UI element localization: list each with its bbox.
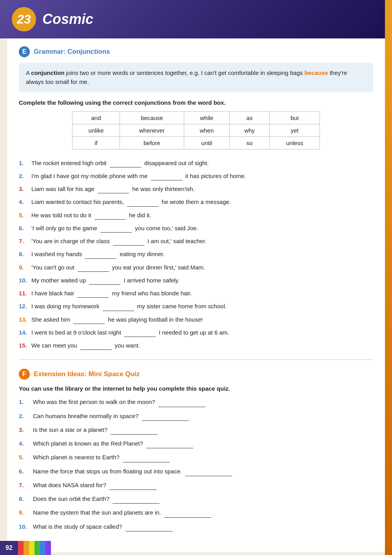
ex-num-3: 3. (19, 184, 31, 193)
word-when: when (184, 124, 229, 136)
quiz-item-6: 6. Name the force that stops us from flo… (19, 467, 373, 476)
info-text-1: A (26, 69, 31, 76)
quiz-answer-line-5[interactable] (123, 453, 170, 462)
page-header: 23 Cosmic (0, 0, 392, 38)
blank-8 (85, 249, 116, 258)
quiz-text-9: Name the system that the sun and planets… (33, 508, 211, 517)
quiz-answer-line-1[interactable] (158, 397, 205, 407)
exercise-item-14: 14. I went to bed at 9 o'clock last nigh… (19, 328, 373, 337)
ex-num-12: 12. (19, 302, 31, 311)
quiz-num-6: 6. (19, 467, 33, 476)
blank-15 (80, 340, 112, 350)
section-e-header: E Grammar: Conjunctions (19, 46, 373, 57)
quiz-item-3: 3. Is the sun a star or a planet? (19, 425, 373, 435)
ex-num-6: 6. (19, 224, 31, 233)
section-e-title: Grammar: Conjunctions (34, 48, 110, 56)
ex-num-10: 10. (19, 276, 31, 285)
quiz-answer-line-3[interactable] (111, 425, 158, 435)
ex-num-11: 11. (19, 289, 31, 298)
exercise-item-1: 1. The rocket entered high orbit disappe… (19, 158, 373, 167)
quiz-num-1: 1. (19, 397, 33, 406)
blank-4 (127, 197, 158, 206)
info-text-2: joins two or more words or sentences tog… (64, 69, 304, 76)
ex-text-9: 'You can't go out you eat your dinner fi… (31, 262, 205, 272)
ex-num-1: 1. (19, 158, 31, 167)
word-box-table: and because while as but unlike whenever… (72, 111, 320, 149)
exercise-item-10: 10. My mother waited up I arrived home s… (19, 275, 373, 285)
quiz-answer-line-7[interactable] (109, 480, 156, 490)
quiz-num-3: 3. (19, 425, 33, 434)
blank-3 (98, 184, 129, 193)
quiz-item-7: 7. What does NASA stand for? (19, 480, 373, 490)
info-highlight: because (305, 69, 328, 76)
exercise-item-15: 15. We can meet you you want. (19, 340, 373, 350)
page-number: 92 (0, 541, 18, 555)
right-margin-decoration (385, 0, 392, 555)
blank-13 (73, 315, 105, 324)
quiz-item-9: 9. Name the system that the sun and plan… (19, 508, 373, 517)
section-divider (19, 359, 373, 360)
quiz-item-1: 1. Who was the first person to walk on t… (19, 397, 373, 407)
info-bold: conjunction (31, 69, 64, 76)
quiz-text-4: Which planet is known as the Red Planet? (33, 439, 193, 448)
info-box: A conjunction joins two or more words or… (19, 63, 373, 92)
quiz-text-6: Name the force that stops us from floati… (33, 467, 232, 476)
quiz-answer-line-6[interactable] (185, 467, 232, 476)
blank-12 (103, 301, 134, 311)
word-and: and (72, 111, 120, 124)
ex-text-2: I'm glad I have got my mobile phone with… (31, 171, 246, 180)
exercise-item-2: 2. I'm glad I have got my mobile phone w… (19, 171, 373, 180)
blank-5 (94, 210, 126, 220)
word-if: if (72, 136, 120, 149)
quiz-answer-line-8[interactable] (113, 494, 160, 504)
quiz-answer-line-9[interactable] (164, 508, 211, 517)
quiz-list: 1. Who was the first person to walk on t… (19, 397, 373, 531)
word-unless: unless (269, 136, 320, 149)
quiz-item-5: 5. Which planet is nearest to Earth? (19, 453, 373, 462)
ex-text-6: 'I will only go to the game you come too… (31, 223, 198, 233)
quiz-answer-line-4[interactable] (146, 439, 193, 448)
quiz-text-1: Who was the first person to walk on the … (33, 397, 205, 407)
ex-text-15: We can meet you you want. (31, 340, 140, 350)
ex-num-14: 14. (19, 328, 31, 337)
ex-text-13: She asked him he was playing football in… (31, 315, 203, 324)
quiz-item-8: 8. Does the sun orbit the Earth? (19, 494, 373, 504)
exercise-item-12: 12. I was doing my homework my sister ca… (19, 301, 373, 311)
word-unlike: unlike (72, 124, 120, 136)
page-title: Cosmic (42, 11, 93, 27)
quiz-num-4: 4. (19, 439, 33, 448)
word-as: as (230, 111, 270, 124)
word-whenever: whenever (120, 124, 184, 136)
quiz-num-7: 7. (19, 480, 33, 489)
main-content: E Grammar: Conjunctions A conjunction jo… (7, 38, 385, 552)
ex-text-12: I was doing my homework my sister came h… (31, 301, 227, 311)
exercise-item-3: 3. Liam was tall for his age he was only… (19, 184, 373, 193)
word-why: why (230, 124, 270, 136)
word-box-row-3: if before until so unless (72, 136, 320, 149)
section-f-header: F Extension Ideas: Mini Space Quiz (19, 369, 373, 380)
word-box-row-1: and because while as but (72, 111, 320, 124)
quiz-answer-line-2[interactable] (142, 411, 189, 421)
word-because: because (120, 111, 184, 124)
word-so: so (230, 136, 270, 149)
word-while: while (184, 111, 229, 124)
quiz-text-2: Can humans breathe normally in space? (33, 411, 189, 421)
ex-num-4: 4. (19, 197, 31, 206)
section-f-icon: F (19, 369, 30, 380)
quiz-answer-line-10[interactable] (125, 522, 172, 531)
quiz-text-10: What is the study of space called? (33, 522, 172, 531)
quiz-num-10: 10. (19, 522, 33, 531)
blank-9 (78, 262, 109, 272)
ex-text-10: My mother waited up I arrived home safel… (31, 275, 180, 285)
chapter-badge: 23 (12, 7, 36, 31)
exercise-item-9: 9. 'You can't go out you eat your dinner… (19, 262, 373, 272)
ex-num-15: 15. (19, 341, 31, 350)
quiz-text-3: Is the sun a star or a planet? (33, 425, 158, 435)
ex-text-1: The rocket entered high orbit disappeare… (31, 158, 209, 167)
ex-text-7: 'You are in charge of the class I am out… (31, 236, 207, 246)
ex-num-8: 8. (19, 249, 31, 258)
blank-14 (124, 328, 156, 337)
word-box-row-2: unlike whenever when why yet (72, 124, 320, 136)
quiz-num-2: 2. (19, 411, 33, 420)
word-yet: yet (269, 124, 320, 136)
